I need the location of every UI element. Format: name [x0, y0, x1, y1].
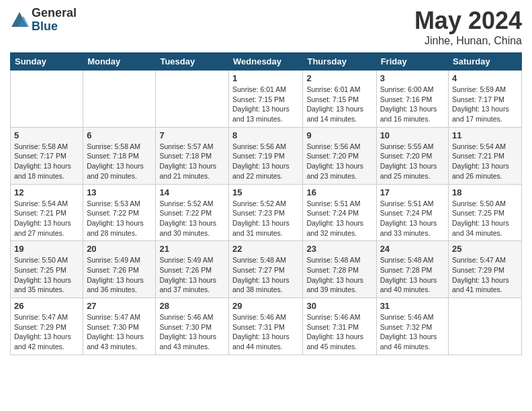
day-number: 9: [306, 130, 372, 140]
day-number: 3: [380, 73, 445, 83]
day-info: Sunrise: 5:59 AM Sunset: 7:17 PM Dayligh…: [452, 85, 518, 124]
day-number: 27: [87, 301, 152, 311]
title-block: May 2024 Jinhe, Hunan, China: [414, 7, 522, 47]
day-info: Sunrise: 5:46 AM Sunset: 7:30 PM Dayligh…: [159, 312, 225, 352]
calendar-cell: 18Sunrise: 5:50 AM Sunset: 7:25 PM Dayli…: [449, 184, 522, 241]
calendar-cell: [156, 71, 229, 128]
calendar-cell: 31Sunrise: 5:46 AM Sunset: 7:32 PM Dayli…: [376, 298, 448, 355]
day-info: Sunrise: 5:53 AM Sunset: 7:22 PM Dayligh…: [87, 199, 152, 238]
day-info: Sunrise: 5:48 AM Sunset: 7:28 PM Dayligh…: [306, 255, 372, 295]
calendar-cell: 8Sunrise: 5:56 AM Sunset: 7:19 PM Daylig…: [229, 127, 303, 184]
day-info: Sunrise: 5:58 AM Sunset: 7:17 PM Dayligh…: [14, 142, 79, 181]
page-container: General Blue May 2024 Jinhe, Hunan, Chin…: [0, 0, 532, 365]
day-number: 29: [232, 301, 299, 311]
day-info: Sunrise: 5:56 AM Sunset: 7:20 PM Dayligh…: [306, 142, 372, 181]
calendar-cell: 10Sunrise: 5:55 AM Sunset: 7:20 PM Dayli…: [376, 127, 448, 184]
calendar-cell: 27Sunrise: 5:47 AM Sunset: 7:30 PM Dayli…: [83, 298, 156, 355]
calendar-cell: 13Sunrise: 5:53 AM Sunset: 7:22 PM Dayli…: [83, 184, 156, 241]
day-number: 22: [232, 244, 299, 254]
day-info: Sunrise: 5:52 AM Sunset: 7:22 PM Dayligh…: [159, 199, 225, 238]
calendar-week-5: 26Sunrise: 5:47 AM Sunset: 7:29 PM Dayli…: [11, 298, 522, 355]
calendar-cell: 2Sunrise: 6:01 AM Sunset: 7:15 PM Daylig…: [303, 71, 376, 128]
calendar-cell: 11Sunrise: 5:54 AM Sunset: 7:21 PM Dayli…: [449, 127, 522, 184]
day-number: 8: [232, 130, 299, 140]
calendar-cell: 25Sunrise: 5:47 AM Sunset: 7:29 PM Dayli…: [449, 241, 522, 298]
day-number: 30: [306, 301, 372, 311]
calendar-cell: 17Sunrise: 5:51 AM Sunset: 7:24 PM Dayli…: [376, 184, 448, 241]
day-number: 5: [14, 130, 79, 140]
calendar-cell: 5Sunrise: 5:58 AM Sunset: 7:17 PM Daylig…: [11, 127, 83, 184]
col-wednesday: Wednesday: [229, 53, 303, 71]
day-number: 14: [159, 187, 225, 197]
day-info: Sunrise: 5:51 AM Sunset: 7:24 PM Dayligh…: [380, 199, 445, 238]
day-number: 26: [14, 301, 79, 311]
calendar-cell: 22Sunrise: 5:48 AM Sunset: 7:27 PM Dayli…: [229, 241, 303, 298]
day-number: 12: [14, 187, 79, 197]
day-info: Sunrise: 5:47 AM Sunset: 7:29 PM Dayligh…: [452, 255, 518, 295]
day-info: Sunrise: 5:46 AM Sunset: 7:32 PM Dayligh…: [380, 312, 445, 352]
calendar-cell: [11, 71, 83, 128]
calendar-cell: 28Sunrise: 5:46 AM Sunset: 7:30 PM Dayli…: [156, 298, 229, 355]
calendar-subtitle: Jinhe, Hunan, China: [414, 35, 522, 47]
calendar-title: May 2024: [414, 7, 522, 35]
calendar-cell: 20Sunrise: 5:49 AM Sunset: 7:26 PM Dayli…: [83, 241, 156, 298]
calendar-cell: 14Sunrise: 5:52 AM Sunset: 7:22 PM Dayli…: [156, 184, 229, 241]
day-number: 28: [159, 301, 225, 311]
calendar-cell: 21Sunrise: 5:49 AM Sunset: 7:26 PM Dayli…: [156, 241, 229, 298]
calendar-cell: 19Sunrise: 5:50 AM Sunset: 7:25 PM Dayli…: [11, 241, 83, 298]
day-number: 10: [380, 130, 445, 140]
logo-blue: Blue: [32, 20, 77, 34]
day-number: 24: [380, 244, 445, 254]
day-info: Sunrise: 5:55 AM Sunset: 7:20 PM Dayligh…: [380, 142, 445, 181]
calendar-cell: 16Sunrise: 5:51 AM Sunset: 7:24 PM Dayli…: [303, 184, 376, 241]
day-number: 16: [306, 187, 372, 197]
logo-icon: [10, 11, 29, 30]
day-number: 23: [306, 244, 372, 254]
day-info: Sunrise: 5:54 AM Sunset: 7:21 PM Dayligh…: [452, 142, 518, 181]
day-number: 7: [159, 130, 225, 140]
day-info: Sunrise: 5:49 AM Sunset: 7:26 PM Dayligh…: [159, 255, 225, 295]
col-monday: Monday: [83, 53, 156, 71]
calendar-cell: 9Sunrise: 5:56 AM Sunset: 7:20 PM Daylig…: [303, 127, 376, 184]
col-thursday: Thursday: [303, 53, 376, 71]
calendar-week-4: 19Sunrise: 5:50 AM Sunset: 7:25 PM Dayli…: [11, 241, 522, 298]
calendar-cell: 23Sunrise: 5:48 AM Sunset: 7:28 PM Dayli…: [303, 241, 376, 298]
calendar-week-2: 5Sunrise: 5:58 AM Sunset: 7:17 PM Daylig…: [11, 127, 522, 184]
calendar-cell: 6Sunrise: 5:58 AM Sunset: 7:18 PM Daylig…: [83, 127, 156, 184]
col-tuesday: Tuesday: [156, 53, 229, 71]
calendar-table: Sunday Monday Tuesday Wednesday Thursday…: [10, 52, 522, 355]
day-info: Sunrise: 6:00 AM Sunset: 7:16 PM Dayligh…: [380, 85, 445, 124]
col-friday: Friday: [376, 53, 448, 71]
calendar-cell: 29Sunrise: 5:46 AM Sunset: 7:31 PM Dayli…: [229, 298, 303, 355]
calendar-cell: [83, 71, 156, 128]
calendar-cell: 7Sunrise: 5:57 AM Sunset: 7:18 PM Daylig…: [156, 127, 229, 184]
page-header: General Blue May 2024 Jinhe, Hunan, Chin…: [10, 7, 522, 47]
day-info: Sunrise: 5:54 AM Sunset: 7:21 PM Dayligh…: [14, 199, 79, 238]
day-info: Sunrise: 5:58 AM Sunset: 7:18 PM Dayligh…: [87, 142, 152, 181]
day-info: Sunrise: 5:46 AM Sunset: 7:31 PM Dayligh…: [232, 312, 299, 352]
calendar-cell: 24Sunrise: 5:48 AM Sunset: 7:28 PM Dayli…: [376, 241, 448, 298]
day-info: Sunrise: 5:48 AM Sunset: 7:28 PM Dayligh…: [380, 255, 445, 295]
calendar-week-3: 12Sunrise: 5:54 AM Sunset: 7:21 PM Dayli…: [11, 184, 522, 241]
calendar-cell: [449, 298, 522, 355]
day-number: 1: [232, 73, 299, 83]
day-number: 20: [87, 244, 152, 254]
logo-general: General: [32, 7, 77, 20]
calendar-cell: 3Sunrise: 6:00 AM Sunset: 7:16 PM Daylig…: [376, 71, 448, 128]
day-number: 15: [232, 187, 299, 197]
day-number: 17: [380, 187, 445, 197]
calendar-cell: 26Sunrise: 5:47 AM Sunset: 7:29 PM Dayli…: [11, 298, 83, 355]
day-info: Sunrise: 5:47 AM Sunset: 7:29 PM Dayligh…: [14, 312, 79, 352]
day-number: 19: [14, 244, 79, 254]
day-info: Sunrise: 5:49 AM Sunset: 7:26 PM Dayligh…: [87, 255, 152, 295]
day-number: 18: [452, 187, 518, 197]
day-number: 6: [87, 130, 152, 140]
day-number: 2: [306, 73, 372, 83]
calendar-cell: 12Sunrise: 5:54 AM Sunset: 7:21 PM Dayli…: [11, 184, 83, 241]
day-info: Sunrise: 5:47 AM Sunset: 7:30 PM Dayligh…: [87, 312, 152, 352]
day-info: Sunrise: 5:57 AM Sunset: 7:18 PM Dayligh…: [159, 142, 225, 181]
day-info: Sunrise: 5:50 AM Sunset: 7:25 PM Dayligh…: [452, 199, 518, 238]
day-info: Sunrise: 5:51 AM Sunset: 7:24 PM Dayligh…: [306, 199, 372, 238]
day-info: Sunrise: 6:01 AM Sunset: 7:15 PM Dayligh…: [306, 85, 372, 124]
calendar-cell: 15Sunrise: 5:52 AM Sunset: 7:23 PM Dayli…: [229, 184, 303, 241]
